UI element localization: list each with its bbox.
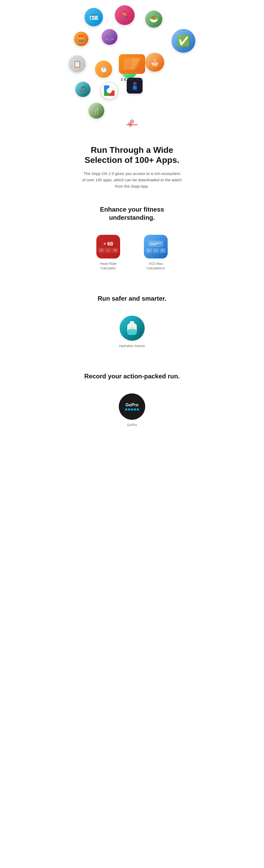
app-icon-2: 🏃	[115, 5, 135, 25]
pie-chart-svg	[104, 85, 114, 96]
hero-section: 🪪 🏃 🥗 🧮 ⚖️ ✅ 📋 ⏱️ 🍎 🎂 🎵 ➕🟦	[66, 0, 198, 137]
vo2-display: VO2MAX	[148, 241, 164, 247]
hydration-icon	[120, 316, 145, 341]
icon-2-emoji: 🏃	[120, 11, 129, 20]
gopro-dot-2	[128, 408, 130, 410]
vo2-app-item: VO2MAX + − × VO2 Max Calculatoror	[140, 235, 171, 271]
hr-number: 68	[107, 241, 113, 247]
fitness-section: Enhance your fitness understanding. ♥ 68…	[66, 197, 198, 276]
gopro-brand-text: GoPro	[126, 403, 139, 407]
app-icon-4: 🧮	[74, 32, 88, 46]
svg-point-3	[107, 88, 112, 93]
hydration-app-item: Hydration Advice	[119, 316, 145, 348]
hr-btn-x: ×	[112, 248, 118, 253]
heart-rate-label: Heart Rate Calculator	[93, 262, 124, 271]
hr-display-top: ♥ 68	[104, 241, 113, 247]
gopro-dot-5	[137, 408, 139, 410]
icon-11-emoji: 🎵	[79, 86, 86, 93]
gopro-section: Record your action-packed run. GoPro GoP…	[66, 364, 198, 441]
gopro-icon: GoPro	[119, 394, 145, 420]
fitness-heading: Enhance your fitness understanding.	[66, 197, 198, 224]
hr-btn-plus: +	[99, 248, 105, 253]
gopro-dot-4	[134, 408, 136, 410]
zepp-logo-svg	[117, 53, 147, 75]
section1-description: The Zepp OS 2.0 gives you access to a ri…	[82, 170, 182, 189]
vitals-svg	[125, 118, 139, 132]
vo2-label: VO2 Max Calculatoror	[140, 262, 171, 271]
app-icon-11: 🎵	[75, 82, 90, 97]
gopro-dot-3	[131, 408, 133, 410]
vo2-text: VO2MAX	[150, 242, 162, 246]
gopro-app-item: GoPro GoPro	[119, 394, 145, 427]
gopro-dots	[125, 408, 139, 410]
vo2-buttons: + − ×	[146, 248, 166, 253]
app-icon-3: 🥗	[145, 10, 162, 28]
vo2-btn-plus: +	[146, 248, 152, 253]
safer-apps: Hydration Advice	[66, 305, 198, 353]
divider-2	[66, 353, 198, 364]
safer-section: Run safer and smarter. Hydration Advice	[66, 286, 198, 353]
safer-heading: Run safer and smarter.	[66, 286, 198, 305]
icon-8-emoji: ⏱️	[100, 66, 108, 73]
icon-4-emoji: 🧮	[77, 34, 86, 43]
app-icon-12	[100, 82, 118, 100]
hydration-label: Hydration Advice	[119, 344, 145, 348]
zepp-os-text: ZEPP OS	[121, 78, 143, 82]
icon-6-emoji: ✅	[177, 35, 190, 47]
icon-10-emoji: 🎂	[150, 58, 159, 67]
icon-7-emoji: 📋	[73, 60, 81, 68]
app-icon-10: 🎂	[145, 53, 164, 72]
app-icon-8: ⏱️	[95, 61, 112, 78]
vo2-icon: VO2MAX + − ×	[144, 235, 168, 258]
hr-btn-minus: −	[105, 248, 111, 253]
app-icon-7: 📋	[69, 55, 86, 72]
icon-1-emoji: 🪪	[89, 13, 99, 22]
gopro-dot-1	[125, 408, 127, 410]
bottom-spacer	[66, 441, 198, 454]
gopro-heading: Record your action-packed run.	[66, 364, 198, 383]
wide-selection-section: Run Through a Wide Selection of 100+ App…	[66, 137, 198, 197]
gopro-apps: GoPro GoPro	[66, 383, 198, 433]
vo2-btn-x: ×	[160, 248, 166, 253]
vitals-bottom-icon	[125, 118, 139, 133]
hydration-bottle-svg	[124, 319, 140, 338]
icon-5-emoji: ⚖️	[105, 33, 114, 41]
app-icon-1: 🪪	[84, 8, 103, 26]
app-icon-5: ⚖️	[102, 29, 117, 45]
zepp-os-logo: ZEPP OS	[117, 53, 147, 82]
heart-rate-icon: ♥ 68 + − ×	[96, 235, 120, 258]
icon-14-emoji: 🍴	[93, 107, 100, 114]
icon-3-emoji: 🥗	[149, 15, 158, 24]
app-icon-6: ✅	[171, 29, 195, 53]
vo2-btn-minus: −	[153, 248, 159, 253]
heart-rate-app-item: ♥ 68 + − × Heart Rate Calculator	[93, 235, 124, 271]
hr-buttons: + − ×	[99, 248, 118, 253]
divider-1	[66, 276, 198, 286]
heart-symbol: ♥	[104, 241, 106, 247]
app-icon-14: 🍴	[88, 103, 104, 119]
main-heading: Run Through a Wide Selection of 100+ App…	[77, 145, 187, 165]
fitness-apps-grid: ♥ 68 + − × Heart Rate Calculator VO2MAX …	[66, 224, 198, 276]
icon-13-emoji: ➕🟦	[133, 82, 137, 90]
gopro-label: GoPro	[127, 423, 137, 427]
